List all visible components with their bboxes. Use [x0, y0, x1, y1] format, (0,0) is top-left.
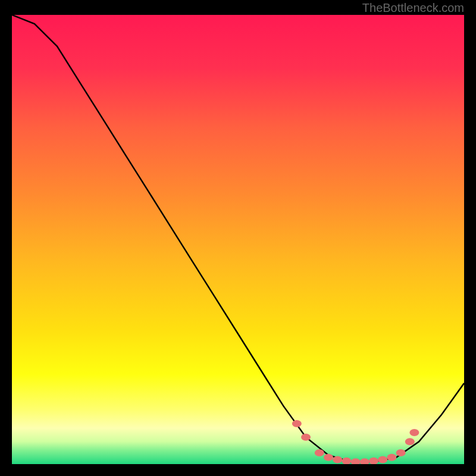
marker-point	[292, 420, 302, 427]
plot-area	[12, 15, 464, 464]
marker-point	[301, 434, 311, 441]
marker-point	[387, 454, 396, 461]
marker-point	[351, 458, 361, 464]
marker-point	[315, 449, 324, 456]
chart-curve	[12, 15, 464, 464]
marker-point	[324, 454, 333, 461]
watermark-text: TheBottleneck.com	[362, 1, 464, 15]
marker-point	[405, 438, 415, 445]
marker-point	[360, 458, 369, 464]
marker-point	[396, 449, 406, 456]
marker-point	[378, 456, 387, 464]
marker-point	[369, 458, 378, 464]
curve-line	[12, 15, 464, 462]
marker-point	[333, 456, 342, 464]
marker-point	[409, 429, 419, 436]
marker-point	[342, 458, 351, 464]
